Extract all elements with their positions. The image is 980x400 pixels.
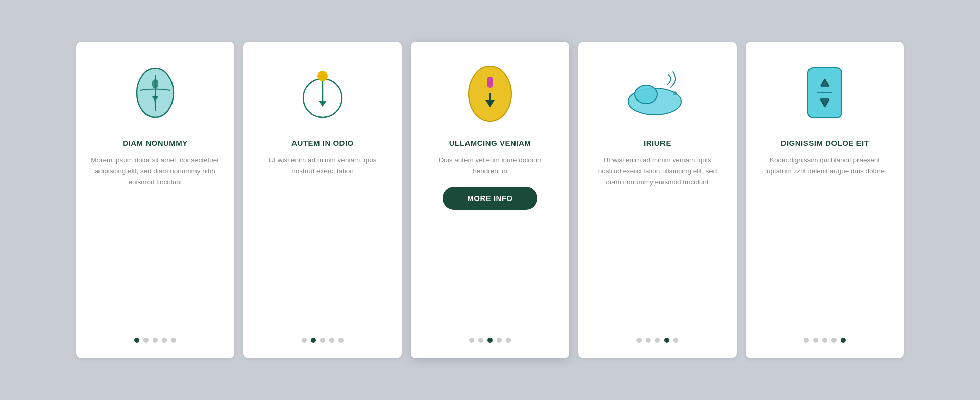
- dot: [153, 338, 158, 343]
- card-1-text: Morem ipsum dolor sit amet, consectetuer…: [90, 155, 220, 188]
- dot-active: [134, 338, 139, 343]
- dot: [469, 338, 474, 343]
- card-2-title: AUTEM IN ODIO: [291, 139, 354, 147]
- dot-active: [487, 338, 493, 343]
- mouse-wireless-icon: [627, 62, 688, 123]
- dot: [171, 338, 176, 343]
- dot: [320, 338, 325, 343]
- dot: [646, 338, 651, 343]
- card-5-dots: [804, 326, 846, 343]
- card-2-text: Ut wisi enim ad minim veniam, quis nostr…: [258, 155, 387, 177]
- dot: [655, 338, 660, 343]
- svg-rect-13: [487, 77, 493, 88]
- card-3: ULLAMCING VENIAM Duis autem vel eum iriu…: [411, 42, 569, 358]
- dot-active: [664, 338, 669, 343]
- svg-point-9: [317, 71, 328, 81]
- dot: [673, 338, 678, 343]
- card-3-title: ULLAMCING VENIAM: [449, 139, 531, 147]
- card-2-dots: [302, 326, 344, 343]
- card-4-dots: [636, 326, 678, 343]
- dot: [497, 338, 502, 343]
- dot: [329, 338, 334, 343]
- card-1-dots: [134, 326, 176, 343]
- card-4-title: IRIURE: [644, 139, 671, 147]
- card-4: IRIURE Ut wisi enim ad minim veniam, qui…: [578, 42, 737, 358]
- dot: [822, 338, 827, 343]
- dot: [813, 338, 818, 343]
- scroll-down-circle-icon: [292, 62, 353, 123]
- dot: [162, 338, 167, 343]
- mouse-oval-icon: [459, 62, 521, 123]
- dot-active: [311, 338, 316, 343]
- dot: [302, 338, 307, 343]
- dot: [143, 338, 149, 343]
- card-3-text: Duis autem vel eum iriure dolor in hendr…: [425, 155, 555, 177]
- dot: [478, 338, 483, 343]
- card-2: AUTEM IN ODIO Ut wisi enim ad minim veni…: [243, 42, 402, 358]
- dot: [636, 338, 642, 343]
- elevator-button-icon: [794, 62, 855, 123]
- card-4-text: Ut wisi enim ad minim veniam, quis nostr…: [593, 155, 722, 188]
- dot: [506, 338, 511, 343]
- svg-point-20: [673, 91, 677, 95]
- more-info-button[interactable]: MORE INFO: [443, 187, 537, 210]
- mouse-scroll-icon: [125, 62, 186, 123]
- dot: [831, 338, 837, 343]
- card-1: DIAM NONUMMY Morem ipsum dolor sit amet,…: [76, 42, 234, 358]
- dot: [804, 338, 809, 343]
- card-5-title: DIGNISSIM DOLOE EIT: [781, 139, 869, 147]
- svg-rect-3: [152, 79, 158, 88]
- dot: [338, 338, 344, 343]
- svg-marker-8: [318, 101, 327, 107]
- cards-container: DIAM NONUMMY Morem ipsum dolor sit amet,…: [35, 11, 945, 389]
- dot-active: [841, 338, 846, 343]
- card-1-title: DIAM NONUMMY: [122, 139, 188, 147]
- card-5-text: Kodio dignissim qui blandit praesent lup…: [760, 155, 890, 177]
- card-3-dots: [469, 326, 511, 343]
- card-5: DIGNISSIM DOLOE EIT Kodio dignissim qui …: [746, 42, 904, 358]
